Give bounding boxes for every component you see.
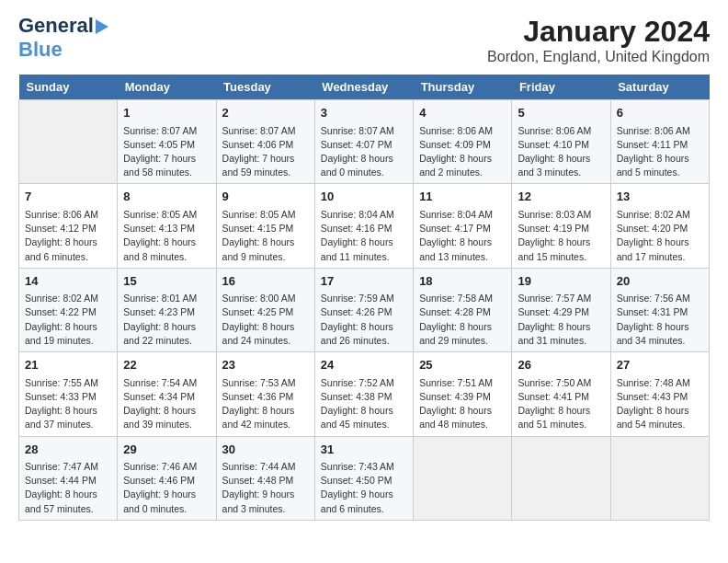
cell-info: Sunset: 4:29 PM [518,305,604,319]
cell-info: Daylight: 8 hours [518,404,604,418]
cell-info: and 17 minutes. [617,250,703,264]
cell-info: Sunrise: 8:05 AM [123,208,210,222]
cell-info: Sunset: 4:36 PM [222,390,309,404]
cell-info: and 31 minutes. [518,334,604,348]
calendar-cell: 7Sunrise: 8:06 AMSunset: 4:12 PMDaylight… [19,184,118,268]
cell-info: and 19 minutes. [25,334,111,348]
cell-info: Sunrise: 7:55 AM [25,376,111,390]
calendar-cell: 22Sunrise: 7:54 AMSunset: 4:34 PMDayligh… [118,352,216,436]
cell-info: Daylight: 8 hours [518,236,604,249]
cell-info: and 6 minutes. [321,502,407,516]
cell-info: Sunrise: 8:06 AM [617,124,703,138]
cell-info: Sunset: 4:28 PM [419,305,506,319]
cell-info: Daylight: 8 hours [25,320,111,334]
cell-info: Sunrise: 7:43 AM [321,460,407,474]
cell-info: Daylight: 8 hours [419,404,506,418]
cell-info: Sunset: 4:25 PM [222,305,309,319]
day-number: 26 [518,356,604,374]
cell-info: and 48 minutes. [419,418,506,431]
cell-info: and 26 minutes. [321,334,407,348]
day-number: 10 [321,188,407,206]
cell-info: Sunrise: 8:07 AM [123,124,210,138]
calendar-week-row: 21Sunrise: 7:55 AMSunset: 4:33 PMDayligh… [19,352,710,436]
calendar-cell: 11Sunrise: 8:04 AMSunset: 4:17 PMDayligh… [414,184,512,268]
cell-info: and 34 minutes. [617,334,703,348]
cell-info: Sunset: 4:48 PM [222,474,309,488]
cell-info: and 15 minutes. [518,250,604,264]
cell-info: Daylight: 8 hours [25,404,111,418]
day-number: 22 [123,356,210,374]
day-number: 18 [419,272,506,291]
cell-info: and 57 minutes. [25,502,111,516]
day-number: 2 [222,104,309,122]
calendar-cell: 21Sunrise: 7:55 AMSunset: 4:33 PMDayligh… [19,352,118,436]
calendar-cell: 12Sunrise: 8:03 AMSunset: 4:19 PMDayligh… [512,184,610,268]
calendar-cell: 8Sunrise: 8:05 AMSunset: 4:13 PMDaylight… [118,184,216,268]
cell-info: Sunrise: 7:58 AM [419,292,506,305]
cell-info: and 8 minutes. [123,250,210,264]
cell-info: Daylight: 8 hours [123,404,210,418]
cell-info: Sunrise: 8:06 AM [419,124,506,138]
cell-info: Sunset: 4:13 PM [123,222,210,236]
cell-info: and 59 minutes. [222,166,309,179]
calendar-cell: 14Sunrise: 8:02 AMSunset: 4:22 PMDayligh… [19,268,118,351]
cell-info: Sunrise: 8:07 AM [222,124,309,138]
cell-info: Daylight: 8 hours [222,236,309,249]
cell-info: and 3 minutes. [518,166,604,179]
day-number: 21 [25,356,111,374]
cell-info: Sunset: 4:11 PM [617,138,703,152]
cell-info: Daylight: 8 hours [617,320,703,334]
cell-info: Sunset: 4:15 PM [222,222,309,236]
column-header-friday: Friday [512,75,610,100]
cell-info: Sunrise: 7:57 AM [518,292,604,305]
cell-info: and 13 minutes. [419,250,506,264]
calendar-week-row: 14Sunrise: 8:02 AMSunset: 4:22 PMDayligh… [19,268,710,351]
cell-info: Daylight: 8 hours [123,236,210,249]
day-number: 15 [123,272,210,291]
cell-info: Daylight: 9 hours [222,488,309,501]
cell-info: Daylight: 8 hours [419,236,506,249]
cell-info: Sunset: 4:41 PM [518,390,604,404]
cell-info: and 22 minutes. [123,334,210,348]
column-header-thursday: Thursday [414,75,512,100]
cell-info: Sunrise: 7:50 AM [518,376,604,390]
cell-info: Daylight: 9 hours [321,488,407,501]
calendar-cell: 3Sunrise: 8:07 AMSunset: 4:07 PMDaylight… [314,100,413,184]
cell-info: Sunrise: 8:05 AM [222,208,309,222]
logo: General Blue [18,15,108,61]
cell-info: Daylight: 8 hours [25,488,111,501]
cell-info: Sunrise: 8:00 AM [222,292,309,305]
day-number: 1 [123,104,210,122]
day-number: 24 [321,356,407,374]
cell-info: Daylight: 8 hours [321,404,407,418]
cell-info: Sunset: 4:05 PM [123,138,210,152]
calendar-cell: 30Sunrise: 7:44 AMSunset: 4:48 PMDayligh… [216,436,314,520]
day-number: 12 [518,188,604,206]
day-number: 3 [321,104,407,122]
calendar-cell: 15Sunrise: 8:01 AMSunset: 4:23 PMDayligh… [118,268,216,351]
column-header-sunday: Sunday [19,75,118,100]
cell-info: Sunrise: 8:01 AM [123,292,210,305]
column-header-monday: Monday [118,75,216,100]
cell-info: Sunset: 4:23 PM [123,305,210,319]
cell-info: Sunset: 4:19 PM [518,222,604,236]
cell-info: Sunset: 4:07 PM [321,138,407,152]
cell-info: Sunset: 4:10 PM [518,138,604,152]
calendar-cell: 25Sunrise: 7:51 AMSunset: 4:39 PMDayligh… [414,352,512,436]
day-number: 25 [419,356,506,374]
cell-info: Sunrise: 7:59 AM [321,292,407,305]
calendar-cell: 4Sunrise: 8:06 AMSunset: 4:09 PMDaylight… [414,100,512,184]
cell-info: Sunrise: 8:02 AM [25,292,111,305]
day-number: 7 [25,188,111,206]
calendar-header-row: SundayMondayTuesdayWednesdayThursdayFrid… [19,75,710,100]
calendar-cell: 6Sunrise: 8:06 AMSunset: 4:11 PMDaylight… [610,100,709,184]
calendar-cell [512,436,610,520]
cell-info: Sunset: 4:46 PM [123,474,210,488]
logo-text: General [18,15,108,37]
calendar-table: SundayMondayTuesdayWednesdayThursdayFrid… [18,75,710,521]
cell-info: Daylight: 8 hours [617,152,703,166]
cell-info: Sunrise: 8:02 AM [617,208,703,222]
cell-info: Sunset: 4:09 PM [419,138,506,152]
cell-info: Sunrise: 8:06 AM [518,124,604,138]
calendar-cell: 18Sunrise: 7:58 AMSunset: 4:28 PMDayligh… [414,268,512,351]
